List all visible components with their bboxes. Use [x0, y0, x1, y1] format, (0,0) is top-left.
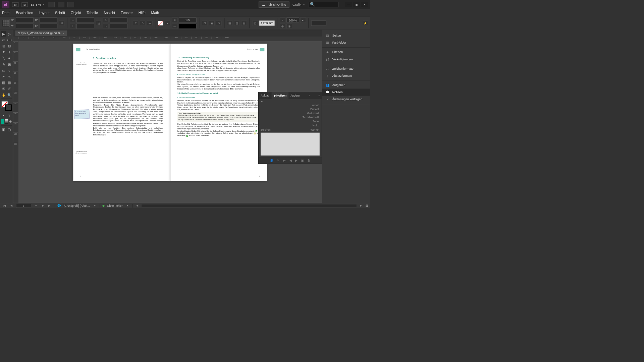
collapse-icon[interactable]: »: [307, 94, 312, 97]
opacity-input[interactable]: 100 %: [286, 17, 299, 22]
next-note-icon[interactable]: ▶: [295, 159, 298, 162]
horizontal-scrollbar[interactable]: [142, 204, 356, 207]
panel-verknuepfungen[interactable]: ⛓Verknüpfungen: [322, 56, 370, 63]
menu-layout[interactable]: Layout: [39, 11, 50, 15]
y-input[interactable]: [16, 23, 34, 28]
width-input[interactable]: [40, 17, 57, 22]
document-tab[interactable]: *Layout_Workflow.indd @ 56 % ×: [15, 31, 67, 36]
split-view-icon[interactable]: ▥: [366, 204, 368, 207]
opacity-target-icon[interactable]: ▪: [280, 17, 286, 22]
panel-ebenen[interactable]: ◈Ebenen: [322, 49, 370, 56]
user-icon[interactable]: 👤: [270, 159, 273, 162]
shear-input[interactable]: [110, 23, 127, 28]
arrange-docs-icon[interactable]: [67, 2, 74, 7]
new-note-icon[interactable]: ✎: [277, 159, 280, 162]
type-tool[interactable]: T: [1, 49, 6, 55]
apply-text-icon[interactable]: T: [7, 113, 12, 118]
menu-datei[interactable]: Datei: [2, 11, 10, 15]
close-tab-icon[interactable]: ×: [63, 32, 64, 35]
content-collector-tool[interactable]: ⊞: [1, 43, 6, 49]
apply-green-icon[interactable]: [1, 119, 4, 124]
tab-aufgaben[interactable]: Aufgab: [259, 92, 272, 99]
workspace-switcher[interactable]: Grafik▼: [292, 3, 305, 6]
eyedropper-tool[interactable]: ✐: [7, 86, 12, 92]
first-page-button[interactable]: |◀: [2, 204, 7, 207]
hand-tool[interactable]: ✋: [1, 92, 6, 98]
go-to-note-icon[interactable]: ▣: [301, 159, 304, 162]
rotate-input[interactable]: [110, 17, 127, 22]
quick-apply-icon[interactable]: ⚡: [363, 20, 368, 25]
link-scale-icon[interactable]: ⛓: [96, 20, 102, 25]
sticky-note[interactable]: Je klarer der Ablauf, desto effizienter …: [74, 109, 90, 119]
corner-size-input[interactable]: 4,233 mm: [259, 20, 274, 25]
panel-absatzformate[interactable]: ¶Absatzformate: [322, 72, 370, 79]
stock-badge[interactable]: St: [21, 2, 28, 7]
panel-menu-icon[interactable]: ≡: [317, 94, 322, 97]
reference-point-widget[interactable]: [2, 19, 10, 27]
maximize-button[interactable]: ▣: [353, 2, 360, 7]
menu-tabelle[interactable]: Tabelle: [87, 11, 98, 15]
scroll-right-icon[interactable]: ▶: [359, 204, 363, 207]
menu-hilfe[interactable]: Hilfe: [139, 11, 146, 15]
gradient-tool[interactable]: ▤: [1, 80, 6, 85]
constrain-icon[interactable]: ⟲: [59, 20, 65, 25]
close-button[interactable]: ✕: [361, 2, 368, 7]
tab-notizen[interactable]: ◆ Notizen: [271, 92, 288, 99]
notes-panel[interactable]: Aufgab ◆ Notizen Änderu » ≡ ▼ Autor: Ers…: [258, 92, 322, 164]
height-input[interactable]: [40, 23, 57, 28]
menu-bearbeiten[interactable]: Bearbeiten: [16, 11, 33, 15]
type-on-path-tool[interactable]: Ṯ: [7, 49, 12, 55]
zoom-tool[interactable]: 🔍: [7, 92, 12, 98]
current-page-field[interactable]: 7: [16, 204, 31, 208]
preflight-profile[interactable]: [Grundprofil] (Arbei…: [64, 204, 90, 207]
profile-dropdown-icon[interactable]: ▼: [93, 204, 97, 207]
opacity-arrow-icon[interactable]: ▸: [300, 17, 306, 22]
document-canvas[interactable]: 1 Der ideale Workflow 1. Struktur ist al…: [18, 41, 322, 203]
stroke-weight-input[interactable]: 1 Pt: [179, 17, 197, 22]
scroll-left-icon[interactable]: ◀: [135, 204, 139, 207]
rectangle-tool[interactable]: ▭: [1, 68, 6, 73]
stroke-style-input[interactable]: [179, 23, 197, 28]
publish-online-button[interactable]: ☁ Publish Online: [259, 2, 289, 8]
preview-view-icon[interactable]: ▢: [7, 126, 12, 132]
note-text-area[interactable]: [261, 133, 320, 156]
last-page-button[interactable]: ▶|: [47, 204, 52, 207]
direct-selection-tool[interactable]: ▷: [7, 31, 12, 37]
text-wrap-shape-icon[interactable]: ▤: [241, 20, 247, 25]
note-tool[interactable]: ✉: [1, 86, 6, 92]
x-input[interactable]: [16, 17, 34, 22]
tab-aenderungen[interactable]: Änderu: [288, 92, 302, 99]
fill-swatch-icon[interactable]: [158, 20, 164, 25]
gap-tool[interactable]: ⟷: [7, 37, 12, 43]
fill-dropdown-icon[interactable]: ▸: [165, 20, 171, 25]
panel-aenderungen[interactable]: ✓Änderungen verfolgen: [322, 96, 370, 103]
rotate-90-cw-icon[interactable]: ↷: [140, 20, 146, 25]
page-tool[interactable]: ▭: [1, 37, 6, 43]
menu-ansicht[interactable]: Ansicht: [103, 11, 115, 15]
apply-none-icon[interactable]: ⊘: [9, 119, 12, 124]
corner-icon[interactable]: ◱: [252, 20, 258, 25]
preflight-dropdown-icon[interactable]: ▼: [125, 204, 130, 207]
swap-icon[interactable]: ⇄: [283, 159, 286, 162]
pen-tool[interactable]: ✒: [7, 55, 12, 61]
blend-icon[interactable]: ◐: [280, 23, 286, 28]
prev-note-icon[interactable]: ◀: [289, 159, 292, 162]
search-input[interactable]: 🔍: [308, 2, 339, 7]
object-style-input[interactable]: [311, 20, 326, 25]
line-tool[interactable]: ╲: [1, 55, 6, 61]
pencil-tool[interactable]: ✎: [1, 61, 6, 67]
content-placer-tool[interactable]: ⊟: [7, 43, 12, 49]
rotate-90-ccw-icon[interactable]: ↶: [133, 20, 139, 25]
scale-x-input[interactable]: [76, 17, 94, 22]
fill-stroke-widget[interactable]: [1, 101, 11, 111]
page-right[interactable]: 1 Struktur ist alles 1.1. Anbindung zu A…: [170, 44, 267, 181]
vertical-ruler[interactable]: 020406080100120140160180200: [13, 41, 18, 203]
minimize-button[interactable]: —: [345, 2, 352, 7]
rectangle-frame-tool[interactable]: ⊠: [7, 61, 12, 67]
delete-note-icon[interactable]: 🗑: [307, 159, 310, 162]
panel-farbfelder[interactable]: ▦Farbfelder: [322, 39, 370, 46]
panel-zeichenformate[interactable]: AZeichenformate: [322, 65, 370, 72]
preflight-status-text[interactable]: Ohne Fehler: [107, 204, 122, 207]
fill-frame-icon[interactable]: ▣: [209, 20, 215, 25]
text-wrap-none-icon[interactable]: ▦: [227, 20, 233, 25]
